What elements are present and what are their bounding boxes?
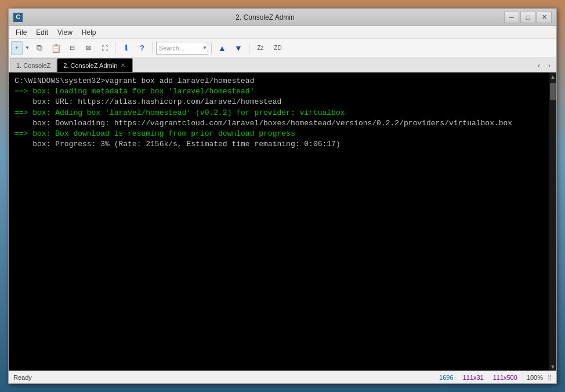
terminal-line: box: Downloading: https://vagrantcloud.c…	[15, 118, 544, 129]
title-bar: C 2. ConsoleZ Admin ─ □ ✕	[9, 9, 556, 26]
window-title: 2. ConsoleZ Admin	[26, 13, 504, 21]
tab-2-label: 2. ConsoleZ Admin	[63, 62, 117, 69]
tab-consolez-1[interactable]: 1. ConsoleZ	[10, 58, 57, 72]
close-button[interactable]: ✕	[537, 12, 552, 23]
toolbar-separator-3	[211, 42, 212, 54]
zz-button[interactable]: Zz	[252, 41, 269, 55]
app-icon: C	[13, 13, 23, 22]
maximize-button[interactable]: □	[520, 12, 535, 23]
search-wrapper: Search... ▼	[156, 42, 208, 55]
tab-consolez-admin[interactable]: 2. ConsoleZ Admin ✕	[57, 58, 133, 72]
main-window: C 2. ConsoleZ Admin ─ □ ✕ File Edit View…	[8, 8, 557, 384]
menu-file[interactable]: File	[11, 27, 31, 38]
paste-button[interactable]: 📋	[48, 41, 63, 55]
tab-close-button[interactable]: ✕	[119, 62, 126, 69]
terminal-area: C:\WINDOWS\system32>vagrant box add lara…	[9, 72, 556, 371]
zd-button[interactable]: ZD	[270, 41, 286, 55]
copy-button[interactable]: ⧉	[32, 41, 47, 55]
toolbar-separator-2	[153, 42, 153, 54]
status-ready: Ready	[13, 374, 439, 381]
menu-edit[interactable]: Edit	[31, 27, 53, 38]
split-v-button[interactable]: ⊠	[81, 41, 96, 55]
terminal-line: box: URL: https://atlas.hashicorp.com/la…	[15, 97, 544, 107]
status-zoom: 100%	[527, 374, 543, 381]
window-controls: ─ □ ✕	[504, 12, 552, 23]
tab-bar: 1. ConsoleZ 2. ConsoleZ Admin ✕ ‹ ›	[9, 57, 556, 72]
new-dropdown[interactable]: ▼	[24, 41, 31, 55]
terminal-line: ==> box: Box download is resuming from p…	[15, 129, 544, 139]
scroll-down-button[interactable]: ▼	[231, 41, 246, 55]
toolbar: + ▼ ⧉ 📋 ⊟ ⊠ ⛶ ℹ ? Search... ▼ ▲ ▼ Zz ZD	[9, 39, 556, 57]
terminal-line: ==> box: Adding box 'laravel/homestead' …	[15, 108, 544, 118]
tab-1-label: 1. ConsoleZ	[16, 62, 50, 69]
status-size: 111x31	[463, 374, 484, 381]
minimize-button[interactable]: ─	[504, 12, 519, 23]
menu-bar: File Edit View Help	[9, 26, 556, 39]
scroll-up-button[interactable]: ▲	[215, 41, 230, 55]
tab-nav-right-btn[interactable]: ›	[545, 60, 554, 71]
toolbar-separator-1	[115, 42, 115, 54]
tab-nav-left[interactable]: ‹	[534, 60, 544, 71]
terminal-output[interactable]: C:\WINDOWS\system32>vagrant box add lara…	[9, 72, 549, 371]
help-button[interactable]: ?	[135, 41, 150, 55]
toolbar-separator-4	[249, 42, 249, 54]
menu-help[interactable]: Help	[77, 27, 101, 38]
fullscreen-button[interactable]: ⛶	[97, 41, 112, 55]
split-h-button[interactable]: ⊟	[64, 41, 79, 55]
new-button[interactable]: +	[11, 41, 23, 55]
status-bar: Ready 1696 111x31 111x500 100% ⣿	[9, 371, 556, 383]
terminal-line: box: Progress: 3% (Rate: 2156k/s, Estima…	[15, 139, 544, 150]
scroll-up-arrow[interactable]: ▲	[549, 72, 556, 81]
scroll-down-arrow[interactable]: ▼	[549, 362, 556, 371]
menu-view[interactable]: View	[53, 27, 77, 38]
terminal-cursor	[15, 150, 544, 160]
info-button[interactable]: ℹ	[118, 41, 133, 55]
tab-nav-controls: ‹ ›	[534, 60, 554, 71]
scroll-thumb[interactable]	[550, 83, 556, 100]
status-position: 1696	[439, 374, 453, 381]
resize-grip[interactable]: ⣿	[548, 374, 552, 380]
terminal-line: ==> box: Loading metadata for box 'larav…	[15, 86, 544, 97]
status-scroll: 111x500	[493, 374, 517, 381]
terminal-line: C:\WINDOWS\system32>vagrant box add lara…	[15, 76, 544, 86]
vertical-scrollbar[interactable]: ▲ ▼	[549, 72, 556, 371]
search-input[interactable]: Search...	[156, 42, 208, 55]
